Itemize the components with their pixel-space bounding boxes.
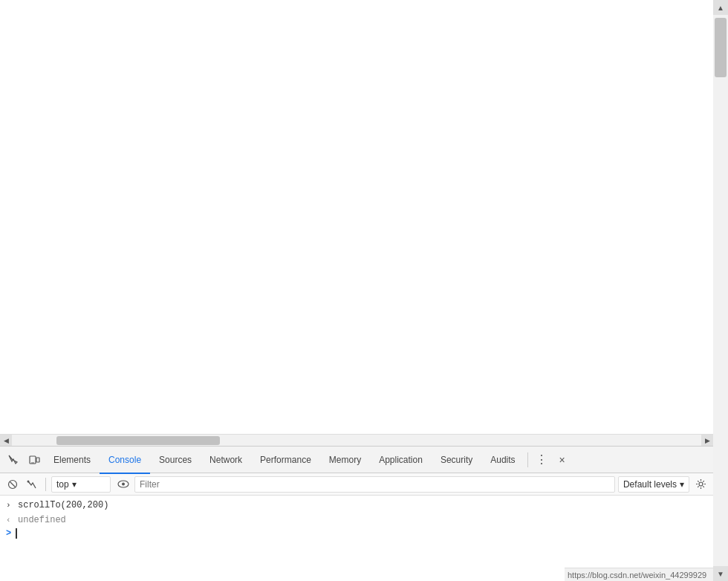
- filter-input[interactable]: [134, 476, 615, 493]
- vertical-scrollbar-thumb[interactable]: [715, 18, 727, 77]
- device-toolbar-icon[interactable]: [24, 449, 45, 470]
- console-line-undefined: ‹ undefined: [6, 513, 707, 527]
- inspect-element-icon[interactable]: [3, 449, 24, 470]
- tab-security[interactable]: Security: [432, 447, 481, 474]
- console-result-text: undefined: [18, 513, 66, 527]
- status-bar-url: https://blog.csdn.net/weixin_44299929: [565, 568, 713, 581]
- svg-point-8: [699, 482, 703, 486]
- vertical-scrollbar[interactable]: ▲ ▼: [713, 0, 728, 581]
- tab-elements[interactable]: Elements: [45, 447, 100, 474]
- scroll-down-arrow[interactable]: ▼: [713, 566, 728, 581]
- svg-point-5: [27, 480, 30, 482]
- console-cursor: [16, 528, 17, 539]
- browser-viewport: [0, 0, 713, 444]
- clear-console-icon[interactable]: [4, 476, 21, 493]
- console-input-line[interactable]: >: [6, 528, 707, 539]
- devtools-panel: Elements Console Sources Network Perform…: [0, 446, 713, 581]
- svg-rect-1: [36, 458, 39, 462]
- settings-icon[interactable]: [692, 476, 709, 493]
- console-input-arrow: ›: [6, 499, 13, 512]
- scroll-left-arrow[interactable]: ◀: [0, 435, 12, 447]
- console-toolbar: top ▾ Default levels ▾: [0, 473, 713, 496]
- svg-line-4: [10, 481, 16, 487]
- eye-icon[interactable]: [115, 476, 131, 493]
- console-line-scrollto: › scrollTo(200,200): [6, 499, 707, 512]
- tab-network[interactable]: Network: [201, 447, 251, 474]
- close-devtools-icon[interactable]: ×: [552, 449, 573, 470]
- tab-console[interactable]: Console: [100, 447, 150, 474]
- console-prompt: >: [6, 528, 11, 539]
- stop-logging-icon[interactable]: [24, 476, 40, 493]
- tab-separator: [527, 452, 528, 467]
- console-command-text: scrollTo(200,200): [18, 499, 108, 512]
- horizontal-scrollbar-thumb[interactable]: [56, 436, 220, 445]
- tab-sources[interactable]: Sources: [150, 447, 201, 474]
- more-options-icon[interactable]: ⋮: [531, 449, 552, 470]
- devtools-tabs-bar: Elements Console Sources Network Perform…: [0, 447, 713, 473]
- scroll-right-arrow[interactable]: ▶: [701, 435, 713, 447]
- tab-audits[interactable]: Audits: [481, 447, 524, 474]
- tab-performance[interactable]: Performance: [251, 447, 320, 474]
- tab-application[interactable]: Application: [370, 447, 432, 474]
- tab-memory[interactable]: Memory: [320, 447, 370, 474]
- toolbar-divider: [45, 478, 46, 491]
- svg-point-7: [122, 483, 125, 486]
- default-levels-dropdown[interactable]: Default levels ▾: [618, 476, 689, 493]
- horizontal-scrollbar[interactable]: ◀ ▶: [0, 434, 713, 446]
- context-selector[interactable]: top ▾: [51, 476, 111, 493]
- scroll-up-arrow[interactable]: ▲: [713, 0, 728, 15]
- console-output-arrow: ‹: [6, 513, 13, 527]
